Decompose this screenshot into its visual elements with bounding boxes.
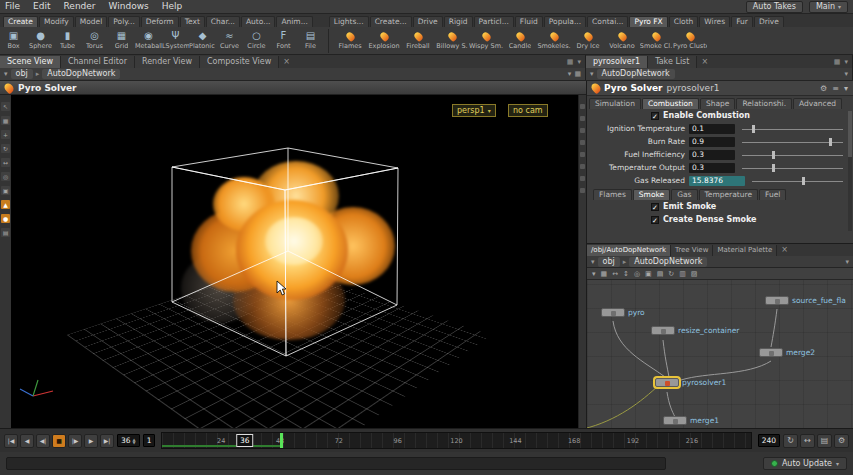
gear-icon[interactable]: ⚙ [820,84,827,93]
node-merge1[interactable]: merge1 [663,416,719,425]
pane-tab[interactable]: Take List [648,56,697,68]
network-toolbar-icon[interactable]: ◎ [634,270,640,278]
shelf-tool[interactable]: ◎ Torus [81,27,108,54]
menu-item[interactable]: Edit [33,0,50,13]
timeline-ruler[interactable]: 24487296120144168192216 36 [161,432,751,449]
viewport-tool-icon[interactable]: ◎ [1,172,10,181]
breadcrumb-node[interactable]: AutoDopNetwork [629,257,707,267]
node-icon[interactable] [651,326,675,335]
display-option-icon[interactable] [580,152,585,157]
shelf-tool[interactable]: ≈ Curve [216,27,243,54]
shelf-tab[interactable]: Particl... [474,16,514,27]
network-toolbar-icon[interactable]: ▥ [679,270,686,278]
network-toolbar-icon[interactable]: ▣ [645,270,652,278]
pane-tab[interactable]: pyrosolver1 [586,56,648,68]
pane-tab[interactable]: Material Palette [713,245,777,256]
param-tab[interactable]: Combustion [642,98,699,109]
shelf-tab[interactable]: Drive [413,16,443,27]
transport-button[interactable]: |▶ [68,434,82,448]
param-subtab[interactable]: Gas [671,189,697,200]
ignition-temperature-field[interactable]: 0.1 [689,124,735,134]
network-toolbar-icon[interactable]: ↕ [623,270,629,278]
pane-tab[interactable]: Composite View [200,56,279,68]
range-end-field[interactable]: 240 [758,434,780,447]
playback-option-icon[interactable]: ↔ [800,434,815,448]
shelf-tool[interactable]: Billowy S. [435,27,469,54]
viewport-tool-icon[interactable]: ↖ [1,102,10,111]
network-toolbar-icon[interactable]: ▦ [601,270,608,278]
menu-item[interactable]: Render [64,0,96,13]
chevron-down-icon[interactable]: ▾ [591,258,595,266]
shelf-tab[interactable]: Model [75,16,108,27]
playback-option-icon[interactable]: ▤ [817,434,832,448]
shelf-tool[interactable]: Flames [333,27,367,54]
shelf-tool[interactable]: ▣ Box [0,27,27,54]
transport-button[interactable]: ▶| [100,434,114,448]
chevron-down-icon[interactable]: ▾ [4,70,8,78]
pane-tab[interactable]: Tree View [671,245,713,256]
node-source[interactable]: source_fue_fla [765,296,846,305]
shelf-tool[interactable]: Candle [503,27,537,54]
node-icon[interactable] [601,308,625,317]
pin-icon[interactable]: ▾ [568,70,572,78]
chevron-down-icon[interactable]: ▾ [590,70,594,78]
burn-rate-field[interactable]: 0.9 [689,137,735,147]
network-toolbar-icon[interactable]: ▤ [657,270,664,278]
update-mode-button[interactable]: Auto Update ▾ [763,457,847,470]
scene-viewport[interactable]: persp1 ▾ no cam [11,95,578,428]
fuel-inefficiency-field[interactable]: 0.3 [689,150,735,160]
temperature-output-field[interactable]: 0.3 [689,163,735,173]
display-option-icon[interactable] [580,164,585,169]
param-tab[interactable]: Advanced [793,98,842,109]
pane-tab[interactable]: Channel Editor [61,56,135,68]
shelf-tool[interactable]: Fireball [401,27,435,54]
menu-item[interactable]: Help [162,0,183,13]
shelf-tab[interactable]: Drive [754,16,784,27]
close-icon[interactable]: × [697,56,712,68]
shelf-tab[interactable]: Wires [699,16,730,27]
node-resize-container[interactable]: resize_container [651,326,739,335]
node-name[interactable]: pyrosolver1 [667,83,720,93]
transport-button[interactable]: ◀| [36,434,50,448]
param-subtab[interactable]: Flames [593,189,632,200]
network-toolbar-icon[interactable]: ↔ [612,270,618,278]
menu-item[interactable]: File [5,0,20,13]
shelf-tab[interactable]: Pyro FX [629,16,667,27]
gear-icon[interactable]: ≡ [832,84,839,93]
no-cam-menu[interactable]: no cam [508,104,548,117]
fuel-inefficiency-slider[interactable] [742,150,843,160]
checkbox-checked-icon[interactable]: ✓ [651,203,659,211]
shelf-tab[interactable]: Text [180,16,205,27]
viewport-tool-icon[interactable]: ▦ [1,116,10,125]
shelf-tab[interactable]: Modify [39,16,74,27]
node-icon[interactable] [655,378,679,387]
pane-controls[interactable]: ▦▾ [563,56,585,68]
shelf-tool[interactable]: ● Sphere [27,27,54,54]
display-option-icon[interactable] [580,104,585,109]
gas-released-slider[interactable] [752,176,843,186]
display-option-icon[interactable] [580,140,585,145]
param-subtab[interactable]: Fuel [759,189,786,200]
breadcrumb-root[interactable]: obj [11,69,33,79]
spinner-icon[interactable]: ▲▼ [133,438,136,444]
network-toolbar-icon[interactable]: ▾ [592,270,596,278]
camera-menu[interactable]: persp1 ▾ [452,104,496,117]
viewport-tool-icon[interactable]: ● [1,214,10,223]
pane-tab[interactable]: Scene View [0,56,61,68]
pane-controls[interactable]: ▦▾ [830,56,852,68]
shelf-tab[interactable]: Create... [370,16,412,27]
close-icon[interactable]: × [279,56,294,68]
shelf-tool[interactable]: ◉ Metaball [135,27,162,54]
breadcrumb-root[interactable]: obj [598,257,620,267]
breadcrumb-node[interactable]: AutoDopNetwork [42,69,120,79]
node-pyrosolver1[interactable]: pyrosolver1 [655,378,726,387]
auto-takes-button[interactable]: Auto Takes [746,1,803,13]
transport-button[interactable]: |◀ [4,434,18,448]
display-option-icon[interactable] [580,116,585,121]
checkbox-checked-icon[interactable]: ✓ [651,112,659,120]
shelf-tab[interactable]: Popula... [544,16,586,27]
take-selector-button[interactable]: Main ▾ [809,1,848,13]
temperature-output-slider[interactable] [742,163,843,173]
param-tab[interactable]: Simulation [589,98,641,109]
viewport-tool-icon[interactable]: ↔ [1,158,10,167]
